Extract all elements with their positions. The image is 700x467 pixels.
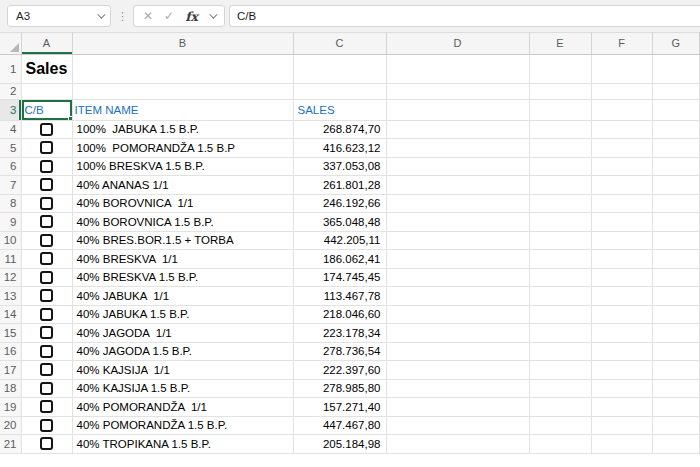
item-name-cell[interactable]: 40% JAGODA 1.5 B.P. xyxy=(72,342,293,361)
cell-d3[interactable] xyxy=(386,99,529,120)
empty-cell[interactable] xyxy=(529,231,591,250)
empty-cell[interactable] xyxy=(529,287,591,306)
empty-cell[interactable] xyxy=(652,120,700,139)
sales-value-cell[interactable]: 261.801,28 xyxy=(293,176,386,195)
checkbox-cell[interactable] xyxy=(21,361,72,380)
item-checkbox[interactable] xyxy=(40,178,53,191)
empty-cell[interactable] xyxy=(529,176,591,195)
row-number[interactable]: 3 xyxy=(0,99,21,120)
empty-cell[interactable] xyxy=(652,361,700,380)
column-header-d[interactable]: D xyxy=(386,33,529,54)
sales-value-cell[interactable]: 222.397,60 xyxy=(293,361,386,380)
empty-cell[interactable] xyxy=(386,342,529,361)
empty-cell[interactable] xyxy=(591,361,652,380)
empty-cell[interactable] xyxy=(591,435,652,454)
empty-cell[interactable] xyxy=(652,398,700,417)
empty-cell[interactable] xyxy=(591,194,652,213)
empty-cell[interactable] xyxy=(652,324,700,343)
checkbox-cell[interactable] xyxy=(21,120,72,139)
item-name-cell[interactable]: 40% KAJSIJA 1/1 xyxy=(72,361,293,380)
cell-f1[interactable] xyxy=(591,54,652,83)
item-checkbox[interactable] xyxy=(40,215,53,228)
empty-cell[interactable] xyxy=(652,139,700,158)
item-name-cell[interactable]: 40% BRES.BOR.1.5 + TORBA xyxy=(72,231,293,250)
cell-c1[interactable] xyxy=(293,54,386,83)
item-name-cell[interactable]: 40% POMORANDŽA 1.5 B.P. xyxy=(72,416,293,435)
empty-cell[interactable] xyxy=(591,416,652,435)
row-number[interactable]: 12 xyxy=(0,268,21,287)
sales-header-cell[interactable]: SALES xyxy=(293,99,386,120)
row-number[interactable]: 7 xyxy=(0,176,21,195)
item-name-cell[interactable]: 40% BRESKVA 1.5 B.P. xyxy=(72,268,293,287)
empty-cell[interactable] xyxy=(529,213,591,232)
checkbox-cell[interactable] xyxy=(21,416,72,435)
sales-value-cell[interactable]: 246.192,66 xyxy=(293,194,386,213)
sales-value-cell[interactable]: 174.745,45 xyxy=(293,268,386,287)
row-number[interactable]: 11 xyxy=(0,250,21,269)
empty-cell[interactable] xyxy=(652,435,700,454)
cell-g2[interactable] xyxy=(652,83,700,99)
item-checkbox[interactable] xyxy=(40,123,53,136)
item-checkbox[interactable] xyxy=(40,326,53,339)
row-number[interactable]: 8 xyxy=(0,194,21,213)
sales-value-cell[interactable]: 113.467,78 xyxy=(293,287,386,306)
empty-cell[interactable] xyxy=(386,157,529,176)
cell-g3[interactable] xyxy=(652,99,700,120)
item-name-cell[interactable]: 40% BOROVNICA 1.5 B.P. xyxy=(72,213,293,232)
empty-cell[interactable] xyxy=(386,305,529,324)
empty-cell[interactable] xyxy=(652,342,700,361)
empty-cell[interactable] xyxy=(591,213,652,232)
item-name-cell[interactable]: 100% POMORANDŽA 1.5 B.P xyxy=(72,139,293,158)
empty-cell[interactable] xyxy=(652,213,700,232)
item-name-cell[interactable]: 40% KAJSIJA 1.5 B.P. xyxy=(72,379,293,398)
empty-cell[interactable] xyxy=(529,139,591,158)
item-checkbox[interactable] xyxy=(40,363,53,376)
column-header-g[interactable]: G xyxy=(652,33,700,54)
item-name-cell[interactable]: 40% JABUKA 1/1 xyxy=(72,287,293,306)
row-number[interactable]: 1 xyxy=(0,54,21,83)
empty-cell[interactable] xyxy=(386,435,529,454)
empty-cell[interactable] xyxy=(529,398,591,417)
cell-g1[interactable] xyxy=(652,54,700,83)
empty-cell[interactable] xyxy=(591,157,652,176)
sales-value-cell[interactable]: 416.623,12 xyxy=(293,139,386,158)
checkbox-cell[interactable] xyxy=(21,379,72,398)
empty-cell[interactable] xyxy=(591,139,652,158)
sales-value-cell[interactable]: 278.736,54 xyxy=(293,342,386,361)
empty-cell[interactable] xyxy=(386,268,529,287)
empty-cell[interactable] xyxy=(529,305,591,324)
row-number[interactable]: 19 xyxy=(0,398,21,417)
selected-cell-a3[interactable]: C/B xyxy=(21,99,72,120)
sales-value-cell[interactable]: 223.178,34 xyxy=(293,324,386,343)
item-checkbox[interactable] xyxy=(40,345,53,358)
item-checkbox[interactable] xyxy=(40,271,53,284)
cell-d2[interactable] xyxy=(386,83,529,99)
item-name-cell[interactable]: 40% POMORANDŽA 1/1 xyxy=(72,398,293,417)
row-number[interactable]: 9 xyxy=(0,213,21,232)
empty-cell[interactable] xyxy=(386,139,529,158)
item-checkbox[interactable] xyxy=(40,197,53,210)
empty-cell[interactable] xyxy=(652,194,700,213)
item-checkbox[interactable] xyxy=(40,234,53,247)
formula-input[interactable]: C/B xyxy=(229,5,700,27)
checkbox-cell[interactable] xyxy=(21,157,72,176)
checkbox-cell[interactable] xyxy=(21,194,72,213)
empty-cell[interactable] xyxy=(386,213,529,232)
cell-e1[interactable] xyxy=(529,54,591,83)
checkbox-cell[interactable] xyxy=(21,435,72,454)
empty-cell[interactable] xyxy=(386,250,529,269)
checkbox-cell[interactable] xyxy=(21,250,72,269)
empty-cell[interactable] xyxy=(652,268,700,287)
sales-value-cell[interactable]: 337.053,08 xyxy=(293,157,386,176)
item-name-cell[interactable]: 40% JAGODA 1/1 xyxy=(72,324,293,343)
empty-cell[interactable] xyxy=(652,416,700,435)
cancel-icon[interactable]: ✕ xyxy=(143,9,153,23)
empty-cell[interactable] xyxy=(591,342,652,361)
row-number[interactable]: 5 xyxy=(0,139,21,158)
item-checkbox[interactable] xyxy=(40,382,53,395)
empty-cell[interactable] xyxy=(386,416,529,435)
cell-b1[interactable] xyxy=(72,54,293,83)
checkbox-cell[interactable] xyxy=(21,139,72,158)
checkbox-cell[interactable] xyxy=(21,213,72,232)
item-checkbox[interactable] xyxy=(40,437,53,450)
